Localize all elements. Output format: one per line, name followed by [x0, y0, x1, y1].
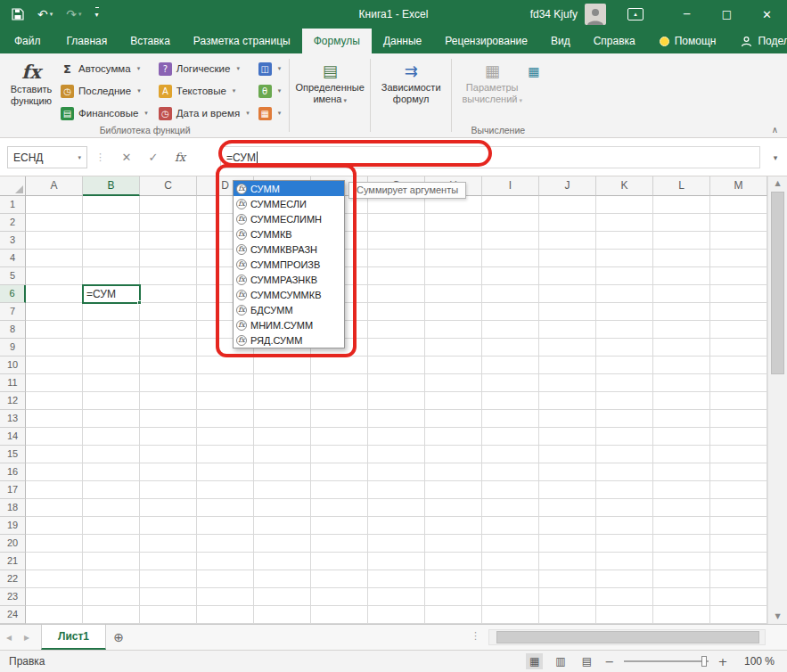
row-header-5[interactable]: 5 [0, 267, 26, 285]
horizontal-scrollbar[interactable] [488, 629, 766, 645]
row-header-3[interactable]: 3 [0, 232, 26, 250]
scroll-up-icon[interactable]: ▲ [768, 176, 787, 191]
calculate-sheet-icon[interactable]: ▦ [528, 64, 539, 78]
calculation-options-button[interactable]: ▦ Параметры вычислений▾ [456, 57, 528, 107]
zoom-slider-thumb[interactable] [701, 656, 707, 667]
ribbon-display-options-button[interactable]: ▴ [627, 8, 644, 20]
autocomplete-item-СУММРАЗНКВ[interactable]: fxСУММРАЗНКВ [234, 272, 344, 287]
avatar[interactable] [585, 4, 606, 25]
tab-Вид[interactable]: Вид [539, 29, 582, 53]
insert-function-button[interactable]: fx Вставить функцию [5, 57, 57, 107]
row-header-16[interactable]: 16 [0, 463, 26, 481]
tab-Файл[interactable]: Файл [0, 29, 55, 53]
vertical-scrollbar-thumb[interactable] [771, 192, 784, 374]
row-header-24[interactable]: 24 [0, 606, 26, 624]
name-box-dropdown-icon[interactable]: ▾ [78, 154, 81, 161]
row-header-22[interactable]: 22 [0, 570, 26, 588]
column-header-I[interactable]: I [482, 176, 539, 196]
expand-formula-bar-button[interactable]: ▾ [766, 153, 785, 162]
name-box[interactable]: ЕСНД ▾ [7, 146, 87, 168]
row-header-7[interactable]: 7 [0, 303, 26, 321]
column-header-A[interactable]: A [26, 176, 83, 196]
horizontal-scrollbar-thumb[interactable] [496, 631, 759, 643]
grid-cells[interactable]: =СУМ [26, 196, 767, 624]
ribbon-button-Последние[interactable]: ◷Последние▾ [57, 81, 152, 101]
scroll-down-icon[interactable]: ▼ [768, 610, 787, 624]
ribbon-button-Автосумма[interactable]: ΣАвтосумма▾ [57, 59, 152, 78]
tab-Данные[interactable]: Данные [372, 29, 433, 53]
redo-button[interactable]: ↷▾ [66, 8, 81, 20]
ribbon-button-Финансовые[interactable]: ▤Финансовые▾ [57, 103, 152, 123]
autocomplete-item-БДСУММ[interactable]: fxБДСУММ [234, 302, 344, 317]
tab-Разметка страницы[interactable]: Разметка страницы [182, 29, 302, 53]
add-sheet-button[interactable]: ⊕ [106, 625, 131, 650]
ribbon-button-Логические[interactable]: ?Логические▾ [155, 59, 253, 78]
autocomplete-item-РЯД.СУММ[interactable]: fxРЯД.СУММ [234, 332, 344, 348]
row-header-9[interactable]: 9 [0, 339, 26, 356]
row-header-6[interactable]: 6 [0, 285, 26, 303]
row-header-1[interactable]: 1 [0, 196, 26, 214]
sheet-nav-right-icon[interactable]: ▸ [18, 625, 36, 650]
autocomplete-item-СУММПРОИЗВ[interactable]: fxСУММПРОИЗВ [234, 257, 344, 272]
name-box-resize-handle[interactable]: ⋮ [95, 152, 105, 163]
cancel-button[interactable]: ✕ [113, 151, 140, 164]
autocomplete-item-СУММЕСЛИМН[interactable]: fxСУММЕСЛИМН [234, 211, 344, 226]
undo-button[interactable]: ↶▾ [37, 8, 53, 20]
select-all-corner[interactable] [0, 176, 26, 196]
ribbon-button-math-trig[interactable]: θ▾ [255, 81, 285, 101]
row-header-21[interactable]: 21 [0, 553, 26, 570]
row-header-4[interactable]: 4 [0, 250, 26, 267]
account-name[interactable]: fd34 Kjufy [530, 8, 578, 20]
page-layout-view-icon[interactable]: ▥ [552, 653, 569, 669]
autocomplete-item-СУММ[interactable]: fxСУММ [234, 181, 344, 196]
page-break-view-icon[interactable]: ▤ [578, 653, 595, 669]
formula-input[interactable]: =СУМ [220, 146, 760, 168]
autocomplete-item-СУММСУММКВ[interactable]: fxСУММСУММКВ [234, 287, 344, 302]
zoom-out-button[interactable]: − [604, 655, 615, 668]
row-header-18[interactable]: 18 [0, 499, 26, 517]
column-header-B[interactable]: B [83, 176, 140, 196]
tab-Главная[interactable]: Главная [55, 29, 119, 53]
ribbon-button-lookup-reference[interactable]: ◫▾ [255, 59, 285, 78]
zoom-slider[interactable] [624, 655, 709, 668]
fill-handle[interactable] [137, 300, 142, 305]
maximize-button[interactable]: □ [707, 0, 747, 29]
row-header-10[interactable]: 10 [0, 356, 26, 374]
save-icon[interactable] [12, 8, 24, 20]
autocomplete-item-СУММКВРАЗН[interactable]: fxСУММКВРАЗН [234, 242, 344, 257]
tab-Формулы[interactable]: Формулы [302, 29, 372, 53]
row-header-2[interactable]: 2 [0, 214, 26, 232]
ribbon-button-Дата и время[interactable]: ◷Дата и время▾ [155, 103, 253, 123]
collapse-ribbon-button[interactable]: ∧ [772, 125, 778, 135]
row-header-12[interactable]: 12 [0, 392, 26, 410]
autocomplete-item-МНИМ.СУММ[interactable]: fxМНИМ.СУММ [234, 317, 344, 332]
minimize-button[interactable]: ─ [667, 0, 707, 29]
vertical-scrollbar[interactable]: ▲ ▼ [767, 176, 787, 624]
column-header-M[interactable]: M [710, 176, 767, 196]
formula-auditing-button[interactable]: ⇉ Зависимости формул [375, 57, 447, 105]
enter-button[interactable]: ✓ [140, 151, 167, 164]
sheet-tab-Лист1[interactable]: Лист1 [41, 625, 106, 650]
close-button[interactable]: ✕ [747, 0, 787, 29]
customize-qat-button[interactable]: ▾ [95, 7, 99, 21]
ribbon-button-more-functions[interactable]: ▦▾ [255, 103, 285, 123]
autocomplete-item-СУММКВ[interactable]: fxСУММКВ [234, 226, 344, 242]
insert-function-fx-button[interactable]: fx [167, 151, 193, 164]
row-header-20[interactable]: 20 [0, 535, 26, 553]
zoom-level[interactable]: 100 % [737, 655, 775, 668]
row-header-13[interactable]: 13 [0, 410, 26, 428]
row-header-19[interactable]: 19 [0, 517, 26, 535]
help-assistant-button[interactable]: Помощн [647, 35, 729, 47]
column-header-K[interactable]: K [596, 176, 653, 196]
tab-Рецензирование[interactable]: Рецензирование [433, 29, 539, 53]
column-header-J[interactable]: J [539, 176, 596, 196]
row-header-11[interactable]: 11 [0, 374, 26, 392]
row-header-23[interactable]: 23 [0, 588, 26, 606]
autocomplete-item-СУММЕСЛИ[interactable]: fxСУММЕСЛИ [234, 196, 344, 211]
tab-Вставка[interactable]: Вставка [119, 29, 182, 53]
row-header-14[interactable]: 14 [0, 428, 26, 446]
defined-names-button[interactable]: ▤ Определенные имена▾ [294, 57, 365, 107]
active-cell[interactable]: =СУМ [82, 284, 141, 304]
tab-Справка[interactable]: Справка [582, 29, 647, 53]
tab-scrollbar-splitter[interactable]: ⋮ [471, 630, 480, 642]
